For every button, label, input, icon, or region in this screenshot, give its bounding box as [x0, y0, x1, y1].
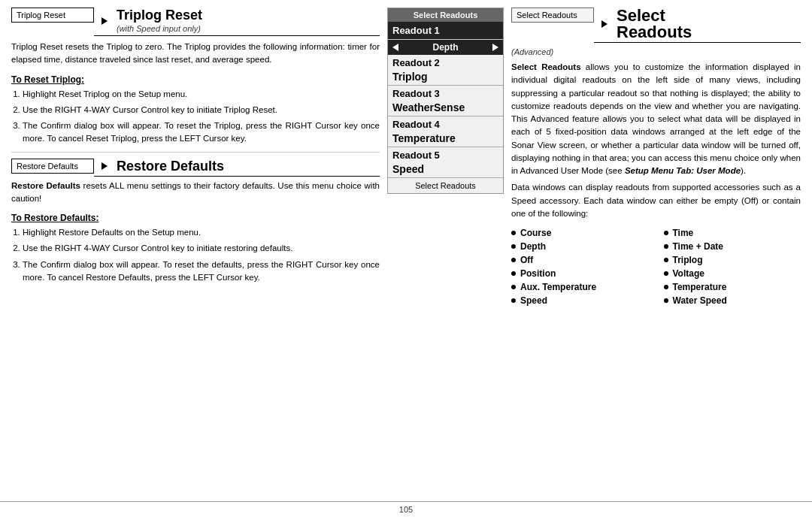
bullet-position: Position — [511, 268, 649, 279]
menu-footer-label: Select Readouts — [388, 178, 503, 193]
bullet-text-position: Position — [520, 268, 556, 279]
page-container: Triplog Reset Triplog Reset (with Speed … — [0, 0, 812, 517]
select-readouts-subtitle: (Advanced) — [511, 47, 801, 56]
bullet-text-triplog: Triplog — [673, 255, 703, 265]
select-readouts-body1: Select Readouts allows you to customize … — [511, 61, 801, 177]
select-readouts-body1-end: ). — [741, 166, 746, 175]
bullets-left-col: Course Depth Off Position — [511, 228, 649, 309]
menu-readout4-label: Readout 4 — [388, 116, 503, 132]
menu-header: Select Readouts — [388, 8, 503, 22]
menu-readout4-block[interactable]: Readout 4 Temperature — [388, 116, 503, 147]
triplog-reset-title: Triplog Reset — [117, 8, 202, 23]
restore-defaults-section-header: Restore Defaults Restore Defaults — [11, 159, 380, 177]
bullet-text-voltage: Voltage — [673, 268, 704, 279]
bullet-text-course: Course — [520, 228, 551, 238]
bullet-text-speed-left: Speed — [520, 295, 547, 306]
triplog-reset-step-3: The Confirm dialog box will appear. To r… — [23, 119, 380, 146]
menu-readout3-block[interactable]: Readout 3 WeatherSense — [388, 86, 503, 116]
triplog-reset-arrow-icon — [102, 17, 108, 25]
menu-readout1-value-row[interactable]: Depth — [388, 40, 503, 55]
restore-defaults-step-3: The Confirm dialog box will appear. To r… — [23, 258, 380, 285]
select-readouts-body2: Data windows can display readouts from s… — [511, 181, 801, 220]
triplog-reset-label: Triplog Reset — [17, 11, 65, 20]
bullet-text-water-speed: Water Speed — [673, 295, 727, 306]
bullet-text-aux-temp: Aux. Temperature — [520, 282, 596, 292]
restore-defaults-title-area: Restore Defaults — [94, 159, 380, 177]
middle-column: Select Readouts Readout 1 Depth Readout … — [387, 8, 504, 494]
menu-readout1-arrow-left — [392, 44, 398, 51]
menu-readout2-block[interactable]: Readout 2 Triplog — [388, 55, 503, 86]
menu-readout4-value: Temperature — [388, 132, 503, 147]
menu-container[interactable]: Select Readouts Readout 1 Depth Readout … — [387, 8, 504, 194]
bullet-dot-depth — [511, 244, 516, 249]
select-readouts-title-area: Select Readouts — [594, 8, 801, 43]
select-readouts-body1-rest: allows you to customize the information … — [511, 62, 801, 175]
to-restore-defaults-heading: To Restore Defaults: — [11, 213, 380, 223]
restore-defaults-bold: Restore Defaults — [11, 181, 80, 190]
bullet-dot-off — [511, 258, 516, 262]
restore-defaults-title: Restore Defaults — [117, 159, 224, 174]
triplog-reset-step-1: Highlight Reset Triplog on the Setup men… — [23, 88, 380, 101]
bullet-course: Course — [511, 228, 649, 238]
restore-defaults-body-text: Restore Defaults resets ALL menu setting… — [11, 180, 380, 206]
bullet-voltage: Voltage — [664, 268, 801, 279]
bullet-dot-water-speed — [664, 298, 668, 303]
menu-readout1-arrow-right — [492, 44, 498, 51]
select-readouts-arrow-icon — [601, 20, 607, 28]
menu-readout5-block[interactable]: Readout 5 Speed — [388, 147, 503, 178]
select-readouts-title-line2: Readouts — [617, 23, 692, 41]
triplog-reset-body-text: Triplog Reset resets the Triplog to zero… — [11, 41, 380, 67]
bullet-dot-temperature — [664, 285, 668, 289]
bullet-triplog: Triplog — [664, 255, 801, 265]
triplog-reset-step-2: Use the RIGHT 4-WAY Cursor Control key t… — [23, 104, 380, 116]
triplog-reset-label-box: Triplog Reset — [11, 8, 94, 23]
restore-defaults-step-2: Use the RIGHT 4-WAY Cursor Control key t… — [23, 242, 380, 255]
menu-readout1-label[interactable]: Readout 1 — [388, 22, 503, 40]
bullet-text-time-date: Time + Date — [673, 241, 723, 252]
bullet-depth: Depth — [511, 241, 649, 252]
select-readouts-body1-italic: Setup Menu Tab: User Mode — [625, 166, 741, 175]
page-number: 105 — [399, 505, 413, 514]
bullet-time: Time — [664, 228, 801, 238]
bullet-dot-time — [664, 231, 668, 235]
triplog-reset-steps: Highlight Reset Triplog on the Setup men… — [11, 88, 380, 146]
restore-defaults-step-1: Highlight Restore Defaults on the Setup … — [23, 226, 380, 239]
select-readouts-title-line1: Select — [617, 8, 665, 24]
section-divider-1 — [11, 152, 380, 153]
bullet-water-speed: Water Speed — [664, 295, 801, 306]
select-readouts-body1-bold: Select Readouts — [511, 62, 581, 71]
menu-readout1-value: Depth — [433, 42, 459, 53]
left-column: Triplog Reset Triplog Reset (with Speed … — [11, 8, 380, 494]
bullet-aux-temp: Aux. Temperature — [511, 282, 649, 292]
bullet-text-temperature: Temperature — [673, 282, 727, 292]
select-readouts-label-box: Select Readouts — [511, 8, 594, 23]
bullet-dot-aux-temp — [511, 285, 516, 289]
bullet-dot-position — [511, 271, 516, 276]
triplog-reset-subtitle: (with Speed input only) — [117, 24, 201, 33]
bullet-off: Off — [511, 255, 649, 265]
triplog-reset-body: Triplog Reset resets the Triplog to zero… — [11, 41, 380, 67]
bullet-text-depth: Depth — [520, 241, 546, 252]
select-readouts-header: Select Readouts Select Readouts — [511, 8, 801, 43]
main-content: Triplog Reset Triplog Reset (with Speed … — [0, 0, 812, 501]
triplog-reset-title-area: Triplog Reset (with Speed input only) — [94, 8, 380, 36]
bullets-right-col: Time Time + Date Triplog Voltage — [664, 228, 801, 309]
bullet-speed-left: Speed — [511, 295, 649, 306]
select-readouts-body: Select Readouts allows you to customize … — [511, 61, 801, 220]
menu-readout2-value: Triplog — [388, 71, 503, 85]
menu-readout5-label: Readout 5 — [388, 147, 503, 163]
restore-defaults-steps: Highlight Restore Defaults on the Setup … — [11, 226, 380, 284]
select-readouts-label: Select Readouts — [517, 11, 577, 20]
bullet-time-date: Time + Date — [664, 241, 801, 252]
bullet-dot-triplog — [664, 258, 668, 262]
restore-defaults-body: Restore Defaults resets ALL menu setting… — [11, 180, 380, 206]
bullet-dot-time-date — [664, 244, 668, 249]
restore-defaults-label-box: Restore Defaults — [11, 159, 94, 174]
bullet-text-off: Off — [520, 255, 533, 265]
triplog-reset-section-header: Triplog Reset Triplog Reset (with Speed … — [11, 8, 380, 36]
right-column: Select Readouts Select Readouts (Advanc — [511, 8, 801, 494]
bullet-text-time: Time — [673, 228, 694, 238]
menu-readout2-label: Readout 2 — [388, 55, 503, 71]
bullet-temperature: Temperature — [664, 282, 801, 292]
to-reset-triplog-heading: To Reset Triplog: — [11, 74, 380, 85]
